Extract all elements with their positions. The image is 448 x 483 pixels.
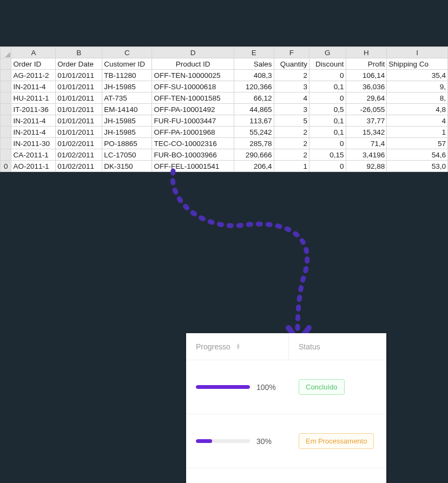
cell[interactable]: OFF-TEN-10000025 [152, 70, 234, 81]
cell[interactable]: 15,342 [346, 127, 387, 138]
cell[interactable]: 01/01/2011 [56, 81, 102, 92]
row-header[interactable] [1, 58, 11, 70]
cell[interactable]: 01/01/2011 [56, 104, 102, 115]
cell[interactable]: TB-11280 [102, 70, 152, 81]
cell[interactable]: AT-735 [102, 92, 152, 104]
cell[interactable]: 0,1 [309, 115, 346, 127]
cell[interactable]: AG-2011-2 [11, 70, 56, 81]
cell[interactable]: 54,6 [387, 149, 448, 161]
cell[interactable]: OFF-SU-10000618 [152, 81, 234, 92]
cell[interactable]: AO-2011-1 [11, 161, 56, 172]
field-name-cell[interactable]: Quantity [274, 58, 309, 70]
cell[interactable]: LC-17050 [102, 149, 152, 161]
row-header[interactable] [1, 81, 11, 92]
cell[interactable]: 01/02/2011 [56, 161, 102, 172]
col-header[interactable]: B [56, 47, 102, 58]
cell[interactable]: CA-2011-1 [11, 149, 56, 161]
cell[interactable]: TEC-CO-10002316 [152, 138, 234, 149]
cell[interactable]: 0 [309, 161, 346, 172]
cell[interactable]: 113,67 [234, 115, 274, 127]
field-name-cell[interactable]: Shipping Co [387, 58, 448, 70]
cell[interactable]: 290,666 [234, 149, 274, 161]
col-header[interactable]: D [152, 47, 234, 58]
field-name-cell[interactable]: Product ID [152, 58, 234, 70]
field-name-cell[interactable]: Profit [346, 58, 387, 70]
cell[interactable]: 5 [274, 115, 309, 127]
cell[interactable]: 0 [309, 92, 346, 104]
cell[interactable]: OFF-PA-10001492 [152, 104, 234, 115]
cell[interactable]: 37,77 [346, 115, 387, 127]
cell[interactable]: 29,64 [346, 92, 387, 104]
cell[interactable]: 01/02/2011 [56, 149, 102, 161]
sort-icon[interactable]: ▲▼ [236, 343, 241, 350]
row-header[interactable]: 0 [1, 161, 11, 172]
cell[interactable]: PO-18865 [102, 138, 152, 149]
cell[interactable]: 9, [387, 81, 448, 92]
cell[interactable]: 66,12 [234, 92, 274, 104]
row-header[interactable] [1, 104, 11, 115]
cell[interactable]: 3,4196 [346, 149, 387, 161]
cell[interactable]: 0,5 [309, 104, 346, 115]
field-name-cell[interactable]: Order ID [11, 58, 56, 70]
cell[interactable]: IN-2011-4 [11, 127, 56, 138]
cell[interactable]: IT-2011-36 [11, 104, 56, 115]
row-header[interactable] [1, 138, 11, 149]
header-status[interactable]: Status [289, 342, 386, 351]
cell[interactable]: 01/01/2011 [56, 70, 102, 81]
row-header[interactable] [1, 70, 11, 81]
cell[interactable]: 4,8 [387, 104, 448, 115]
cell[interactable]: OFF-TEN-10001585 [152, 92, 234, 104]
cell[interactable]: IN-2011-4 [11, 81, 56, 92]
cell[interactable]: 35,4 [387, 70, 448, 81]
cell[interactable]: 92,88 [346, 161, 387, 172]
cell[interactable]: DK-3150 [102, 161, 152, 172]
cell[interactable]: OFF-PA-10001968 [152, 127, 234, 138]
cell[interactable]: 4 [387, 115, 448, 127]
field-name-cell[interactable]: Customer ID [102, 58, 152, 70]
col-header[interactable]: C [102, 47, 152, 58]
col-header[interactable]: F [274, 47, 309, 58]
cell[interactable]: 01/01/2011 [56, 127, 102, 138]
cell[interactable]: 2 [274, 149, 309, 161]
cell[interactable]: 01/01/2011 [56, 115, 102, 127]
field-name-cell[interactable]: Discount [309, 58, 346, 70]
cell[interactable]: 0,1 [309, 81, 346, 92]
col-header[interactable]: H [346, 47, 387, 58]
cell[interactable]: 3 [274, 81, 309, 92]
cell[interactable]: 206,4 [234, 161, 274, 172]
cell[interactable]: 1 [274, 161, 309, 172]
cell[interactable]: 4 [274, 92, 309, 104]
cell[interactable]: 0,1 [309, 127, 346, 138]
field-name-cell[interactable]: Sales [234, 58, 274, 70]
spreadsheet-grid[interactable]: A B C D E F G H I Order IDOrder DateCust… [0, 47, 448, 172]
header-progress[interactable]: Progresso ▲▼ [186, 333, 289, 360]
cell[interactable]: 57 [387, 138, 448, 149]
cell[interactable]: 01/01/2011 [56, 92, 102, 104]
col-header[interactable]: E [234, 47, 274, 58]
col-header[interactable]: I [387, 47, 448, 58]
cell[interactable]: HU-2011-1 [11, 92, 56, 104]
cell[interactable]: 01/02/2011 [56, 138, 102, 149]
cell[interactable]: 0 [309, 138, 346, 149]
cell[interactable]: FUR-BO-10003966 [152, 149, 234, 161]
cell[interactable]: JH-15985 [102, 115, 152, 127]
cell[interactable]: OFF-FEL-10001541 [152, 161, 234, 172]
cell[interactable]: EM-14140 [102, 104, 152, 115]
cell[interactable]: 71,4 [346, 138, 387, 149]
cell[interactable]: 1 [387, 127, 448, 138]
cell[interactable]: FUR-FU-10003447 [152, 115, 234, 127]
cell[interactable]: 0 [309, 70, 346, 81]
cell[interactable]: IN-2011-4 [11, 115, 56, 127]
cell[interactable]: 8, [387, 92, 448, 104]
select-all-corner[interactable] [1, 47, 11, 58]
cell[interactable]: 2 [274, 70, 309, 81]
row-header[interactable] [1, 115, 11, 127]
col-header[interactable]: G [309, 47, 346, 58]
cell[interactable]: 0,15 [309, 149, 346, 161]
cell[interactable]: 44,865 [234, 104, 274, 115]
cell[interactable]: JH-15985 [102, 127, 152, 138]
cell[interactable]: 3 [274, 104, 309, 115]
cell[interactable]: 120,366 [234, 81, 274, 92]
cell[interactable]: 106,14 [346, 70, 387, 81]
row-header[interactable] [1, 92, 11, 104]
